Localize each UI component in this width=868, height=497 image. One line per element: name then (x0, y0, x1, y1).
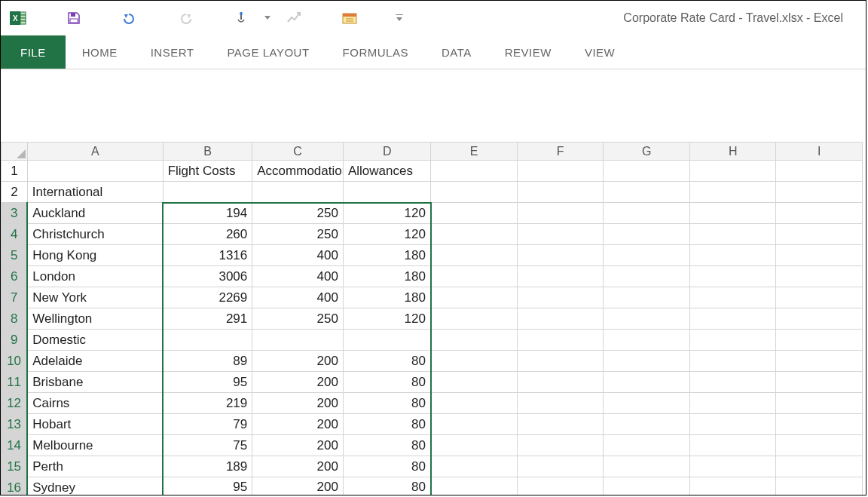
cell-C2[interactable] (252, 182, 344, 203)
cell-B14[interactable]: 75 (163, 435, 252, 456)
cell-G10[interactable] (604, 351, 690, 372)
col-header-H[interactable]: H (689, 143, 776, 161)
cell-H10[interactable] (689, 351, 776, 372)
cell-H15[interactable] (689, 456, 776, 477)
cell-G7[interactable] (604, 287, 690, 308)
spreadsheet-area[interactable]: ABCDEFGHI1Flight CostsAccommodationAllow… (1, 142, 866, 495)
col-header-F[interactable]: F (517, 143, 604, 161)
cell-E14[interactable] (431, 435, 518, 456)
chart-icon[interactable] (284, 8, 304, 28)
cell-G13[interactable] (604, 414, 690, 435)
cell-A8[interactable]: Wellington (27, 308, 163, 330)
cell-D5[interactable]: 180 (343, 245, 431, 266)
cell-D6[interactable]: 180 (343, 266, 431, 287)
cell-C10[interactable]: 200 (252, 351, 344, 372)
cell-H7[interactable] (689, 287, 776, 308)
cell-F10[interactable] (517, 351, 604, 372)
cell-E1[interactable] (431, 161, 518, 182)
grid-table[interactable]: ABCDEFGHI1Flight CostsAccommodationAllow… (1, 142, 863, 495)
cell-C5[interactable]: 400 (252, 245, 344, 266)
row-header-16[interactable]: 16 (2, 477, 28, 496)
cell-C3[interactable]: 250 (252, 203, 344, 224)
cell-D11[interactable]: 80 (343, 372, 431, 393)
row-header-7[interactable]: 7 (2, 287, 28, 308)
cell-C8[interactable]: 250 (252, 308, 344, 330)
tab-page-layout[interactable]: PAGE LAYOUT (210, 35, 326, 69)
cell-C4[interactable]: 250 (252, 224, 344, 245)
cell-F16[interactable] (517, 477, 604, 496)
cell-F2[interactable] (517, 182, 604, 203)
excel-icon[interactable]: X (8, 8, 28, 28)
col-header-G[interactable]: G (604, 143, 690, 161)
cell-B9[interactable] (163, 330, 252, 351)
cell-C11[interactable]: 200 (252, 372, 344, 393)
tab-review[interactable]: REVIEW (488, 35, 568, 69)
cell-E7[interactable] (431, 287, 518, 308)
col-header-D[interactable]: D (343, 143, 431, 161)
cell-H4[interactable] (689, 224, 776, 245)
cell-B7[interactable]: 2269 (163, 287, 252, 308)
cell-A12[interactable]: Cairns (27, 393, 163, 414)
row-header-14[interactable]: 14 (2, 435, 28, 456)
undo-icon[interactable] (120, 8, 139, 28)
cell-E11[interactable] (431, 372, 518, 393)
cell-I8[interactable] (776, 308, 863, 330)
cell-G9[interactable] (604, 330, 690, 351)
col-header-A[interactable]: A (27, 143, 163, 161)
cell-B6[interactable]: 3006 (163, 266, 252, 287)
cell-D4[interactable]: 120 (343, 224, 431, 245)
cell-A4[interactable]: Christchurch (27, 224, 163, 245)
cell-I7[interactable] (776, 287, 863, 308)
cell-E2[interactable] (431, 182, 518, 203)
cell-E4[interactable] (431, 224, 518, 245)
cell-F15[interactable] (517, 456, 604, 477)
cell-E16[interactable] (431, 477, 518, 496)
cell-B15[interactable]: 189 (163, 456, 252, 477)
cell-D13[interactable]: 80 (343, 414, 431, 435)
tab-file[interactable]: FILE (1, 35, 66, 69)
select-all-corner[interactable] (2, 143, 28, 161)
cell-F6[interactable] (517, 266, 604, 287)
cell-A15[interactable]: Perth (27, 456, 163, 477)
cell-B12[interactable]: 219 (163, 393, 252, 414)
row-header-9[interactable]: 9 (2, 330, 28, 351)
col-header-C[interactable]: C (252, 143, 344, 161)
tab-view[interactable]: VIEW (568, 35, 631, 69)
cell-A7[interactable]: New York (27, 287, 163, 308)
cell-C15[interactable]: 200 (252, 456, 344, 477)
cell-E5[interactable] (431, 245, 518, 266)
cell-B5[interactable]: 1316 (163, 245, 252, 266)
cell-C12[interactable]: 200 (252, 393, 344, 414)
cell-H5[interactable] (689, 245, 776, 266)
cell-F8[interactable] (517, 308, 604, 330)
cell-B10[interactable]: 89 (163, 351, 252, 372)
row-header-11[interactable]: 11 (2, 372, 28, 393)
cell-H9[interactable] (689, 330, 776, 351)
cell-G6[interactable] (604, 266, 690, 287)
cell-H16[interactable] (689, 477, 776, 496)
cell-I4[interactable] (776, 224, 863, 245)
cell-A1[interactable] (27, 161, 163, 182)
cell-E9[interactable] (431, 330, 518, 351)
cell-C14[interactable]: 200 (252, 435, 344, 456)
cell-E10[interactable] (431, 351, 518, 372)
tab-data[interactable]: DATA (425, 35, 488, 69)
cell-A10[interactable]: Adelaide (27, 351, 163, 372)
cell-B8[interactable]: 291 (163, 308, 252, 330)
cell-F5[interactable] (517, 245, 604, 266)
cell-D10[interactable]: 80 (343, 351, 431, 372)
cell-D16[interactable]: 80 (343, 477, 431, 496)
cell-I12[interactable] (776, 393, 863, 414)
cell-C9[interactable] (252, 330, 344, 351)
col-header-B[interactable]: B (163, 143, 252, 161)
cell-I6[interactable] (776, 266, 863, 287)
cell-B13[interactable]: 79 (163, 414, 252, 435)
cell-I14[interactable] (776, 435, 863, 456)
cell-I11[interactable] (776, 372, 863, 393)
cell-C7[interactable]: 400 (252, 287, 344, 308)
cell-D9[interactable] (343, 330, 431, 351)
cell-A14[interactable]: Melbourne (27, 435, 163, 456)
cell-E8[interactable] (431, 308, 518, 330)
cell-D2[interactable] (343, 182, 431, 203)
cell-I3[interactable] (776, 203, 863, 224)
